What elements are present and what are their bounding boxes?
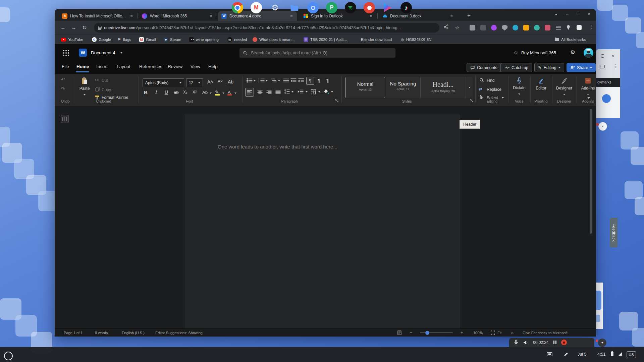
menu-file[interactable]: File <box>62 64 69 69</box>
align-right-button[interactable] <box>266 89 272 94</box>
input-method-badge[interactable]: US <box>627 351 636 358</box>
lock-icon[interactable] <box>98 26 101 30</box>
pause-icon[interactable] <box>553 341 556 344</box>
italic-button[interactable]: I <box>155 90 157 95</box>
line-numbers-icon[interactable] <box>283 78 289 83</box>
rtl-paragraph-icon[interactable]: ¶ <box>326 78 329 83</box>
battery-icon[interactable] <box>610 351 614 357</box>
decrease-indent-icon[interactable] <box>290 78 297 83</box>
bookmark-wine-opening[interactable]: wine opening <box>189 36 219 43</box>
document-title-chevron-icon[interactable] <box>120 52 122 54</box>
collapse-chevron-button[interactable] <box>598 122 607 131</box>
extension-icon[interactable] <box>480 25 486 31</box>
styles-dialog-launcher-icon[interactable] <box>470 99 473 102</box>
search-box[interactable] <box>239 48 395 58</box>
change-case-chevron-icon[interactable] <box>210 93 212 94</box>
screen-capture-tray-icon[interactable] <box>547 352 552 357</box>
reading-list-icon[interactable] <box>556 26 561 29</box>
zoom-in-button[interactable]: + <box>461 330 463 335</box>
gmail-app-icon[interactable]: M <box>251 2 262 13</box>
align-center-button[interactable] <box>257 89 263 94</box>
profile-avatar[interactable] <box>577 25 582 30</box>
reload-icon[interactable]: ↻ <box>80 23 89 32</box>
superscript-button[interactable]: X² <box>193 90 197 94</box>
tray-time[interactable]: 4:51 <box>597 352 605 357</box>
find-icon[interactable] <box>479 78 484 82</box>
files-app-icon[interactable] <box>288 2 300 13</box>
page-count[interactable]: Page 1 of 1 <box>64 331 83 335</box>
tab-close-icon[interactable]: × <box>368 13 374 19</box>
tab-office-article[interactable]: b How To Install Microsoft Office C × <box>59 11 137 21</box>
tab-close-icon[interactable]: × <box>129 13 134 19</box>
stop-record-button[interactable] <box>561 340 567 345</box>
catch-up-button[interactable]: Catch up <box>500 63 532 72</box>
bookmark-hg8245[interactable]: ⊕ HG8245X6-8N <box>400 36 431 43</box>
word-logo-icon[interactable]: W <box>79 49 87 57</box>
menu-references[interactable]: References <box>139 64 162 69</box>
collapse-ribbon-chevron-icon[interactable] <box>587 97 590 99</box>
copy-icon[interactable] <box>95 87 100 92</box>
all-bookmarks-button[interactable]: All Bookmarks <box>554 36 586 43</box>
back-icon[interactable]: ← <box>59 23 67 32</box>
show-paragraph-marks-button[interactable]: ¶ <box>306 77 314 85</box>
tray-date[interactable]: Jul 5 <box>578 352 586 357</box>
buy-microsoft-365-link[interactable]: Buy Microsoft 365 <box>521 50 556 55</box>
dictate-button[interactable]: Dictate <box>509 76 529 96</box>
zoom-slider-knob[interactable] <box>425 331 429 335</box>
editing-mode-button[interactable]: ✎ Editing <box>534 63 564 72</box>
select-chevron-icon[interactable] <box>502 97 504 99</box>
bookmark-star-icon[interactable]: ☆ <box>453 23 462 32</box>
stylus-tray-icon[interactable] <box>564 352 569 357</box>
line-spacing-icon[interactable] <box>284 89 290 95</box>
restore-icon[interactable]: ▢ <box>601 53 604 58</box>
justify-button[interactable] <box>275 89 281 94</box>
bookmark-gmail[interactable]: M Gmail <box>139 36 156 43</box>
borders-icon[interactable] <box>311 89 316 95</box>
editor-button[interactable]: Editor <box>531 76 551 90</box>
tab-close-icon[interactable]: × <box>289 13 294 19</box>
red-media-app-icon[interactable] <box>364 2 375 13</box>
shading-chevron-icon[interactable] <box>331 91 333 93</box>
document-title[interactable]: Document 4 <box>91 50 115 55</box>
numbered-list-icon[interactable] <box>259 78 265 83</box>
new-tab-button[interactable]: + <box>465 11 473 20</box>
grow-font-icon[interactable]: A˄ <box>207 79 213 84</box>
bookmark-google[interactable]: G Google <box>92 36 111 43</box>
extension-icon[interactable] <box>513 25 518 31</box>
comments-button[interactable]: Comments <box>467 63 501 72</box>
bullet-list-chevron-icon[interactable] <box>254 80 256 81</box>
page-view-icon[interactable] <box>397 330 401 335</box>
tab-close-icon[interactable]: × <box>208 13 214 19</box>
tab-word-365[interactable]: Word | Microsoft 365 × <box>139 11 216 21</box>
extension-icon[interactable] <box>534 25 540 31</box>
app-launcher-icon[interactable] <box>63 50 69 56</box>
p-app-icon[interactable]: P <box>326 2 337 13</box>
bookmark-tsb[interactable]: TSB 2020-21 | Aptit... <box>304 36 347 43</box>
spotify-app-icon[interactable] <box>345 2 356 13</box>
editor-suggestions[interactable]: Editor Suggestions: Showing <box>155 331 203 335</box>
close-icon[interactable]: × <box>611 53 614 58</box>
styles-gallery-chevron[interactable] <box>466 77 473 98</box>
fit-icon[interactable] <box>491 330 495 335</box>
font-size-select[interactable]: 12 <box>186 78 203 87</box>
mic-icon[interactable] <box>514 340 518 345</box>
shrink-font-icon[interactable]: A˅ <box>218 79 223 83</box>
ltr-paragraph-icon[interactable]: ¶ <box>318 78 320 83</box>
menu-insert[interactable]: Insert <box>96 64 108 69</box>
speaker-icon[interactable] <box>523 340 528 345</box>
menu-view[interactable]: View <box>191 64 200 69</box>
maximize-button[interactable]: □ <box>577 12 579 16</box>
designer-button[interactable]: Designer <box>553 76 575 97</box>
style-normal[interactable]: Normal Aptos, 12 <box>345 77 385 98</box>
shield-extension-icon[interactable] <box>502 25 507 31</box>
paste-button[interactable]: Paste <box>77 76 92 98</box>
cut-icon[interactable]: ✂ <box>95 78 99 82</box>
share-icon[interactable] <box>442 23 450 32</box>
address-bar[interactable]: onedrive.live.com/personal/1c9745428ae57… <box>94 23 439 33</box>
replace-label[interactable]: Replace <box>487 87 501 92</box>
zoom-out-button[interactable]: − <box>410 330 412 335</box>
highlight-button[interactable]: ✎ <box>215 89 219 95</box>
borders-chevron-icon[interactable] <box>318 91 320 93</box>
paragraph-spacing-icon[interactable] <box>298 89 304 94</box>
extension-icon[interactable] <box>491 25 497 31</box>
